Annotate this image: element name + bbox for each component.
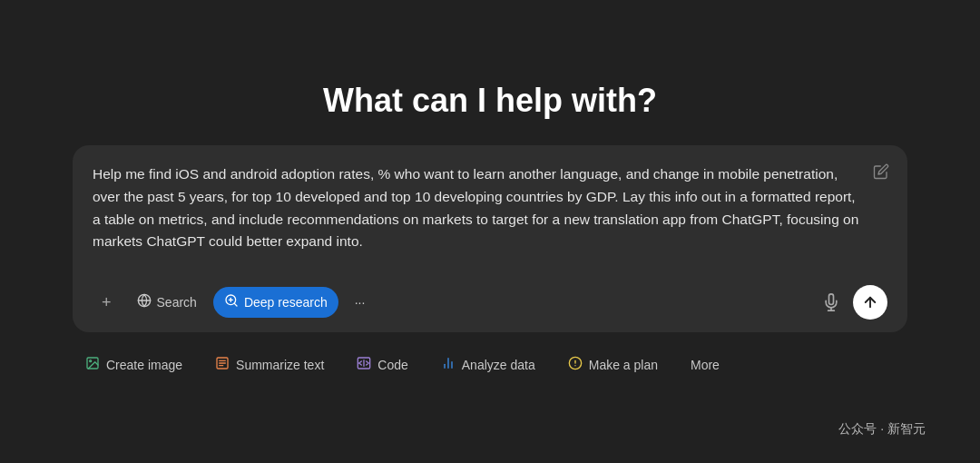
search-button[interactable]: Search — [126, 287, 208, 318]
create-image-label: Create image — [106, 358, 182, 372]
add-button[interactable]: + — [93, 287, 121, 319]
submit-button[interactable] — [853, 285, 887, 320]
more-dots-icon: ··· — [355, 295, 366, 310]
plan-icon — [568, 356, 583, 374]
deep-research-button[interactable]: Deep research — [213, 287, 338, 318]
code-label: Code — [377, 358, 407, 372]
globe-icon — [137, 293, 152, 311]
code-icon — [357, 356, 371, 374]
main-container: What can I help with? Help me find iOS a… — [0, 82, 980, 381]
create-image-icon — [85, 356, 100, 374]
edit-icon[interactable] — [873, 163, 889, 184]
summarize-text-button[interactable]: Summarize text — [202, 349, 337, 381]
chat-input-text[interactable]: Help me find iOS and android adoption ra… — [93, 163, 887, 272]
watermark: 公众号 · 新智元 — [838, 421, 926, 438]
watermark-text: 公众号 · 新智元 — [838, 421, 926, 438]
code-button[interactable]: Code — [344, 349, 420, 381]
headline: What can I help with? — [323, 82, 657, 120]
svg-point-9 — [90, 360, 92, 362]
plan-label: Make a plan — [589, 358, 658, 372]
more-button[interactable]: ··· — [344, 289, 377, 316]
toolbar-right — [817, 285, 887, 320]
deep-research-icon — [224, 293, 239, 311]
more-actions-button[interactable]: More — [678, 350, 732, 379]
search-label: Search — [157, 295, 197, 310]
make-plan-button[interactable]: Make a plan — [555, 349, 671, 381]
deep-research-label: Deep research — [244, 295, 328, 310]
chat-box: Help me find iOS and android adoption ra… — [73, 145, 907, 332]
plus-icon: + — [102, 293, 112, 312]
toolbar: + Search — [93, 285, 887, 320]
more-actions-label: More — [691, 358, 720, 372]
summarize-icon — [215, 356, 230, 374]
summarize-label: Summarize text — [236, 358, 324, 372]
analyze-data-button[interactable]: Analyze data — [428, 349, 548, 381]
quick-actions-bar: Create image Summarize text — [73, 349, 907, 381]
analyze-label: Analyze data — [462, 358, 535, 372]
create-image-button[interactable]: Create image — [73, 349, 195, 381]
microphone-button[interactable] — [817, 288, 846, 317]
analyze-icon — [441, 356, 456, 374]
